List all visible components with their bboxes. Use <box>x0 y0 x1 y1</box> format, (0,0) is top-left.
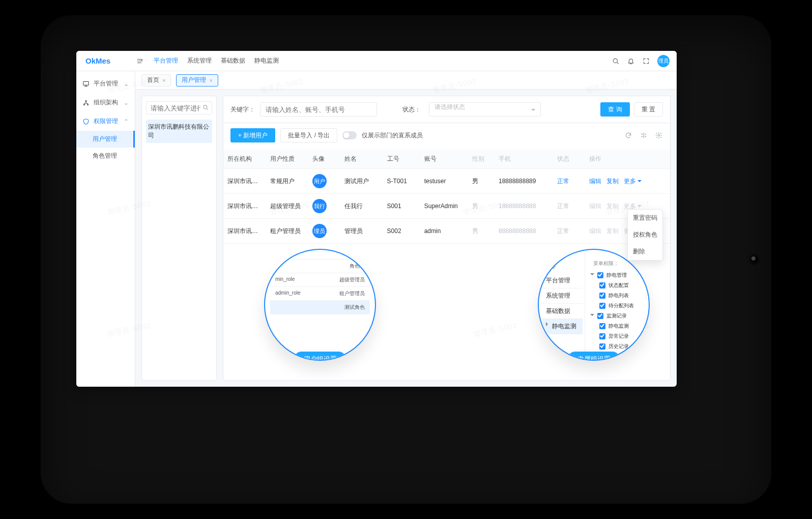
tree-node-root[interactable]: 深圳市讯鹏科技有限公司 <box>146 120 212 143</box>
monitor-icon <box>82 80 90 88</box>
switch-label: 仅展示部门的直系成员 <box>362 131 423 140</box>
user-avatar[interactable]: 理员 <box>657 55 670 67</box>
tablet-frame: OkMes 平台管理 系统管理 基础数据 静电监测 理员 <box>41 15 771 504</box>
more-menu-reset[interactable]: 重置密码 <box>628 210 662 226</box>
org-icon <box>82 99 90 106</box>
bell-icon[interactable] <box>627 57 635 65</box>
toolbar: + 新增用户 批量导入 / 导出 仅展示部门的直系成员 <box>223 123 670 148</box>
collapse-menu-icon[interactable] <box>135 56 144 66</box>
close-icon[interactable]: × <box>162 77 165 83</box>
search-icon[interactable] <box>202 104 209 112</box>
sidebar-item-permission[interactable]: 权限管理 ⌃ <box>76 112 135 131</box>
row-avatar: 理员 <box>312 224 327 238</box>
status-select[interactable]: 请选择状态 <box>429 102 541 117</box>
top-nav-item-base[interactable]: 基础数据 <box>221 56 245 65</box>
settings-icon[interactable] <box>655 131 663 139</box>
magnifier-right-badge: 隶属组设置 <box>568 352 620 361</box>
top-nav-item-esd[interactable]: 静电监测 <box>254 56 279 65</box>
table-header: 手机 <box>495 150 553 169</box>
more-menu: 重置密码 授权角色 删除 <box>627 209 663 261</box>
row-avatar: 用户 <box>312 174 327 188</box>
shield-icon <box>82 118 90 125</box>
table-header: 姓名 <box>340 150 383 169</box>
chevron-up-icon: ⌃ <box>124 118 129 125</box>
sidebar: 平台管理 ⌄ 组织架构 ⌄ 权限管理 ⌃ 用户管理 角色管理 <box>76 71 135 387</box>
top-nav: 平台管理 系统管理 基础数据 静电监测 <box>154 56 279 65</box>
table-header: 操作 <box>585 150 670 169</box>
checkbox-icon[interactable] <box>599 293 605 299</box>
top-nav-item-system[interactable]: 系统管理 <box>187 56 212 65</box>
checkbox-icon[interactable] <box>599 343 605 350</box>
action-edit[interactable]: 编辑 <box>589 177 601 186</box>
action-copy[interactable]: 复制 <box>606 177 619 186</box>
status-placeholder: 请选择状态 <box>434 103 465 110</box>
checkbox-icon[interactable] <box>597 272 603 278</box>
table-header: 账号 <box>420 150 468 169</box>
checkbox-icon[interactable] <box>599 303 605 309</box>
magnifier-user-group: 角色名 min_role超级管理员 admin_role租户管理员 测试角色 用… <box>264 249 376 361</box>
table-header: 用户性质 <box>266 150 309 169</box>
chevron-down-icon <box>590 314 594 318</box>
svg-point-0 <box>613 59 617 63</box>
top-nav-item-platform[interactable]: 平台管理 <box>154 56 178 65</box>
keyword-label: 关键字： <box>230 105 255 114</box>
table-header: 所在机构 <box>223 150 266 169</box>
row-avatar: 我行 <box>312 199 327 213</box>
more-menu-auth[interactable]: 授权角色 <box>628 226 662 243</box>
action-edit[interactable]: 编辑 <box>589 202 601 211</box>
reset-button[interactable]: 重 置 <box>634 102 663 117</box>
table-header: 工号 <box>383 150 420 169</box>
refresh-icon[interactable] <box>624 131 632 139</box>
table-row[interactable]: 深圳市讯鹏…常规用户用户测试用户S-T001testuser男188888888… <box>223 169 670 194</box>
main-panel: 关键字： 状态： 请选择状态 查 询 重 置 <box>223 96 671 381</box>
camera-dot <box>751 256 758 263</box>
chevron-down-icon <box>637 180 642 184</box>
app-screen: OkMes 平台管理 系统管理 基础数据 静电监测 理员 <box>76 51 677 387</box>
sidebar-label: 权限管理 <box>94 117 118 126</box>
action-more[interactable]: 更多 <box>624 177 642 186</box>
action-edit[interactable]: 编辑 <box>589 227 601 236</box>
app-logo: OkMes <box>85 56 126 65</box>
table-header: 状态 <box>553 150 585 169</box>
close-icon[interactable]: × <box>209 77 212 83</box>
filter-bar: 关键字： 状态： 请选择状态 查 询 重 置 <box>223 96 670 123</box>
search-button[interactable]: 查 询 <box>600 102 629 117</box>
svg-rect-1 <box>83 81 89 85</box>
action-copy[interactable]: 复制 <box>606 227 619 236</box>
sidebar-label: 组织架构 <box>94 98 118 107</box>
direct-members-switch[interactable] <box>342 131 357 139</box>
chevron-down-icon: ⌄ <box>124 99 129 106</box>
magnifier-belong-group: 命令 平台管理 系统管理 基础数据 静电监测 菜单权限： 静电管理状态配置静电列… <box>538 249 650 361</box>
table-header: 头像 <box>308 150 340 169</box>
status-label: 状态： <box>402 105 421 114</box>
user-table: 所在机构用户性质头像姓名工号账号性别手机状态操作 深圳市讯鹏…常规用户用户测试用… <box>223 150 670 244</box>
checkbox-icon[interactable] <box>599 333 605 339</box>
svg-point-5 <box>204 105 207 109</box>
table-header: 性别 <box>468 150 495 169</box>
sidebar-sub-user[interactable]: 用户管理 <box>76 131 135 148</box>
tab-label: 用户管理 <box>182 76 206 84</box>
sidebar-item-org[interactable]: 组织架构 ⌄ <box>76 93 135 112</box>
svg-point-6 <box>658 134 660 136</box>
top-header: OkMes 平台管理 系统管理 基础数据 静电监测 理员 <box>76 51 677 71</box>
keyword-input[interactable] <box>260 102 377 117</box>
import-export-button[interactable]: 批量导入 / 导出 <box>280 128 337 142</box>
density-icon[interactable] <box>640 131 648 139</box>
tab-user-mgmt[interactable]: 用户管理 × <box>176 74 218 86</box>
add-user-button[interactable]: + 新增用户 <box>230 128 275 142</box>
checkbox-icon[interactable] <box>599 323 605 329</box>
org-tree-panel: 深圳市讯鹏科技有限公司 <box>141 96 217 381</box>
fullscreen-icon[interactable] <box>642 57 650 65</box>
more-menu-delete[interactable]: 删除 <box>628 243 662 260</box>
sidebar-sub-role[interactable]: 角色管理 <box>76 148 135 164</box>
checkbox-icon[interactable] <box>599 282 605 289</box>
search-icon[interactable] <box>612 57 620 65</box>
table-row[interactable]: 深圳市讯鹏…租户管理员理员管理员S002admin男88888888888正常编… <box>223 219 670 244</box>
magnifier-left-badge: 用户组设置 <box>295 352 346 361</box>
chevron-down-icon <box>590 273 594 277</box>
checkbox-icon[interactable] <box>597 313 603 319</box>
